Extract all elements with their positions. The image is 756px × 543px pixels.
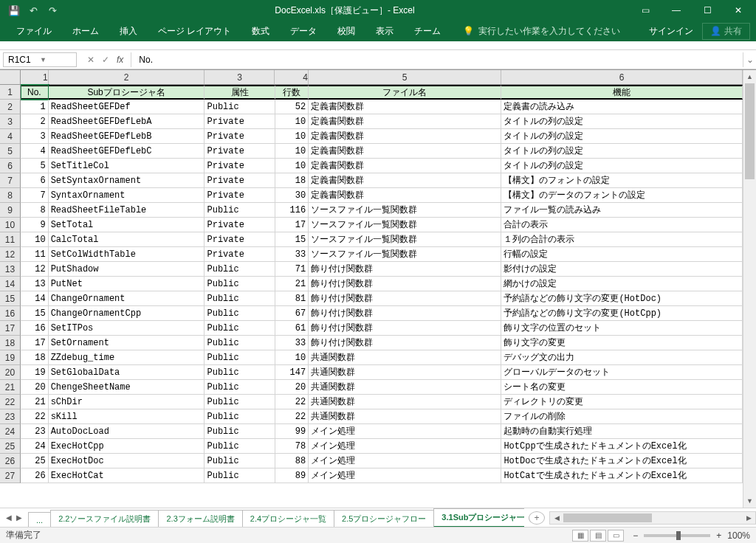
cell-attr[interactable]: Private [205,218,275,232]
signin-link[interactable]: サインイン [640,25,702,38]
cell-no[interactable]: 10 [21,232,49,247]
cell-no[interactable]: 11 [21,247,49,262]
add-sheet-button[interactable]: + [529,511,545,525]
expand-formula-icon[interactable]: ⌄ [743,52,756,67]
cell-line[interactable]: 21 [275,277,309,291]
cell-line[interactable]: 22 [275,395,309,409]
cell-line[interactable]: 33 [275,336,309,350]
cell-no[interactable]: 25 [21,454,49,468]
ribbon-options-icon[interactable]: ▭ [630,0,660,21]
scroll-thumb[interactable] [745,83,755,179]
cell-file[interactable]: ソースファイル一覧関数群 [309,232,501,247]
col-header[interactable]: 3 [205,70,275,85]
cell-no[interactable]: 6 [21,173,49,188]
cell-attr[interactable]: Public [205,336,275,350]
sheet-tab[interactable]: 2.4プロシージャ一覧 [242,510,334,528]
col-header[interactable]: 5 [309,70,501,85]
scroll-down-icon[interactable]: ▼ [743,494,756,508]
row-header[interactable]: 8 [0,188,21,203]
cell-no[interactable]: 18 [21,350,49,365]
cell-func[interactable]: ディレクトリの変更 [501,395,743,409]
cell-file[interactable]: ソースファイル一覧関数群 [309,218,501,232]
cell-line[interactable]: 88 [275,454,309,468]
zoom-slider[interactable] [644,534,710,537]
cell-line[interactable]: 147 [275,365,309,380]
cell-line[interactable]: 10 [275,159,309,173]
header-cell-sub[interactable]: Subプロシージャ名 [49,85,205,100]
cell-sub[interactable]: SetTotal [49,218,205,232]
page-layout-icon[interactable]: ▤ [590,530,606,542]
cell-file[interactable]: 定義書関数群 [309,188,501,203]
cell-func[interactable]: 起動時の自動実行処理 [501,424,743,439]
cell-no[interactable]: 15 [21,306,49,321]
header-cell-file[interactable]: ファイル名 [309,85,501,100]
row-header[interactable]: 22 [0,395,21,409]
cell-file[interactable]: 共通関数群 [309,380,501,395]
cell-file[interactable]: 定義書関数群 [309,100,501,114]
chevron-down-icon[interactable]: ▼ [40,56,72,63]
cell-no[interactable]: 3 [21,129,49,144]
cell-attr[interactable]: Private [205,232,275,247]
cell-file[interactable]: 共通関数群 [309,409,501,424]
row-header[interactable]: 10 [0,218,21,232]
scroll-right-icon[interactable]: ▶ [742,514,755,522]
cell-file[interactable]: 飾り付け関数群 [309,306,501,321]
cell-attr[interactable]: Private [205,129,275,144]
cell-file[interactable]: 飾り付け関数群 [309,291,501,306]
cell-sub[interactable]: ReadSheetGEFDef [49,100,205,114]
cell-func[interactable]: シート名の変更 [501,380,743,395]
zoom-out-icon[interactable]: − [633,530,638,541]
cell-file[interactable]: 定義書関数群 [309,144,501,159]
cell-attr[interactable]: Private [205,188,275,203]
col-header[interactable]: 6 [501,70,743,85]
cell-file[interactable]: 飾り付け関数群 [309,277,501,291]
row-header[interactable]: 3 [0,114,21,129]
tab-view[interactable]: 表示 [365,21,404,41]
cell-sub[interactable]: SetITPos [49,321,205,336]
header-cell-line[interactable]: 行数 [275,85,309,100]
cell-file[interactable]: メイン処理 [309,424,501,439]
cell-line[interactable]: 30 [275,188,309,203]
tab-file[interactable]: ファイル [6,21,62,41]
cell-line[interactable]: 33 [275,247,309,262]
cell-no[interactable]: 1 [21,100,49,114]
cell-line[interactable]: 20 [275,380,309,395]
header-cell-func[interactable]: 機能 [501,85,743,100]
cell-attr[interactable]: Public [205,424,275,439]
row-header[interactable]: 23 [0,409,21,424]
cell-attr[interactable]: Public [205,100,275,114]
cell-attr[interactable]: Public [205,380,275,395]
cell-attr[interactable]: Private [205,173,275,188]
header-cell-no[interactable]: No. [21,85,49,100]
horizontal-scrollbar[interactable]: ◀ ▶ [549,511,756,525]
cell-file[interactable]: 定義書関数群 [309,114,501,129]
tab-pagelayout[interactable]: ページ レイアウト [148,21,241,41]
cell-file[interactable]: 共通関数群 [309,395,501,409]
cell-line[interactable]: 18 [275,173,309,188]
tab-data[interactable]: データ [280,21,327,41]
enter-icon[interactable]: ✓ [102,55,109,65]
cell-file[interactable]: メイン処理 [309,439,501,454]
cell-func[interactable]: タイトルの列の設定 [501,114,743,129]
cell-attr[interactable]: Private [205,114,275,129]
cell-sub[interactable]: ExecHotCat [49,468,205,483]
cell-sub[interactable]: ReadSheetGEFDefLebA [49,114,205,129]
cell-func[interactable]: タイトルの列の設定 [501,129,743,144]
cell-line[interactable]: 89 [275,468,309,483]
cell-func[interactable]: ファイルの削除 [501,409,743,424]
row-header[interactable]: 6 [0,159,21,173]
cell-sub[interactable]: SyntaxOrnament [49,188,205,203]
sheet-nav-prev-icon[interactable]: ◀ [6,513,12,522]
maximize-icon[interactable]: ☐ [693,0,722,21]
cell-no[interactable]: 21 [21,395,49,409]
cell-no[interactable]: 4 [21,144,49,159]
sheet-nav-next-icon[interactable]: ▶ [16,513,22,522]
cell-file[interactable]: メイン処理 [309,468,501,483]
cell-func[interactable]: １列の合計の表示 [501,232,743,247]
cell-sub[interactable]: SetOrnament [49,336,205,350]
cell-sub[interactable]: SetSyntaxOrnament [49,173,205,188]
cell-line[interactable]: 116 [275,203,309,218]
name-box[interactable]: R1C1▼ [3,52,77,67]
page-break-icon[interactable]: ▭ [608,530,624,542]
col-header[interactable]: 4 [275,70,309,85]
